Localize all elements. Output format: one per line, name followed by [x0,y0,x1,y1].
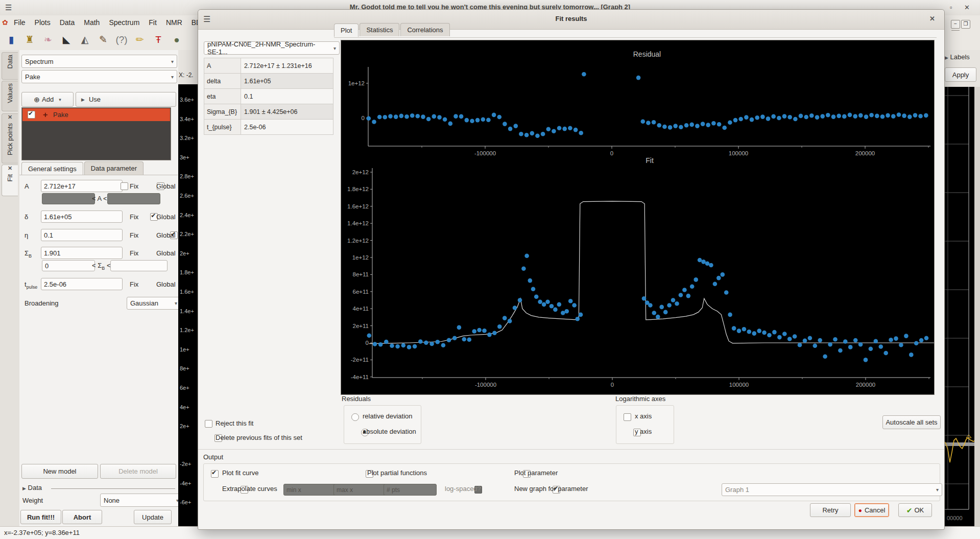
tab-data-parameter[interactable]: Data parameter [84,161,144,175]
plot-fit-curve-checkbox[interactable] [211,470,219,478]
menu-plots[interactable]: Plots [30,15,55,30]
data-point [656,315,660,319]
menu-spectrum[interactable]: Spectrum [104,15,144,30]
close-tab-icon[interactable]: ✕ [2,165,18,172]
retry-button[interactable]: Retry [810,503,851,517]
menu-nmr[interactable]: NMR [161,15,187,30]
tab-correlations[interactable]: Correlations [400,23,449,36]
data-point [401,343,406,348]
dataset-combo[interactable]: pNIPAM-CN0E_2H-NMR_Spectrum-SE-1...▾ [204,41,340,55]
dalek-icon[interactable]: ♜ [22,33,37,47]
striped-cone-icon[interactable]: ◭ [77,33,92,47]
data-expander[interactable]: ▶ Data [22,484,42,491]
tardis-icon[interactable]: ▮ [4,33,19,47]
menu-math[interactable]: Math [79,15,104,30]
close-button[interactable]: ✕ [964,4,970,11]
constraint-sigma-max-field[interactable] [110,260,168,271]
weight-combo[interactable]: None▾ [100,494,182,507]
sidetab-pick-points[interactable]: ✕Pick points [2,113,18,163]
pen-icon[interactable]: ✏ [132,33,148,47]
update-button[interactable]: Update [134,510,172,524]
constraint-sigma-mid: < ΣB < [92,262,110,271]
mdi-minimize-icon[interactable]: − [951,20,960,29]
autoscale-button[interactable]: Autoscale all sets [882,415,941,429]
data-point [879,344,883,349]
run-fit-button[interactable]: Run fit!!! [20,510,61,524]
log-x-checkbox[interactable] [624,413,631,421]
data-point [716,276,721,280]
table-row[interactable]: t_{pulse}2.5e-06 [204,120,333,135]
constraint-a-min-field[interactable] [42,193,95,204]
graph-target-combo[interactable]: Graph 1▾ [722,483,942,496]
table-row[interactable]: A2.712e+17 ± 1.231e+16 [204,58,333,74]
fit-plots[interactable]: Residual1e+120-1000000100000200000Fit-4e… [341,40,934,394]
data-point [750,118,754,122]
menu-fit[interactable]: Fit [144,15,161,30]
menu-data[interactable]: Data [55,15,80,30]
y-tick-label: 1.2e+12 [347,238,369,244]
param-field-A[interactable]: 2.712e+17 [41,180,123,192]
y-tick-label: 2e+11 [353,323,369,329]
cone-icon[interactable]: ◣ [59,33,74,47]
abort-button[interactable]: Abort [62,510,102,524]
fix-checkbox-A[interactable] [121,182,128,190]
relative-deviation-radio[interactable] [351,413,359,421]
model-checkbox[interactable] [28,111,35,119]
data-point [675,301,679,306]
bg-y-tick: 4e+ [180,404,189,410]
spectrum-combo[interactable]: Spectrum▾ [21,55,177,68]
sphere-icon[interactable]: ● [169,33,184,47]
ok-button[interactable]: ✔OK [898,503,932,517]
param-field-tpulse[interactable]: 2.5e-06 [41,278,123,290]
data-point [562,127,567,131]
maximize-button[interactable]: ▫ [950,4,952,11]
min-x-input[interactable]: min x [283,484,337,496]
menu-file[interactable]: File [9,15,30,30]
tab-statistics[interactable]: Statistics [360,23,399,36]
scrollbar[interactable] [974,87,980,529]
data-point [531,287,536,292]
data-point [508,127,513,131]
param-label-tpulse: tpulse [25,280,37,290]
broadening-combo[interactable]: Gaussian▾ [127,297,181,310]
new-model-button[interactable]: New model [21,464,98,479]
cancel-button[interactable]: ●Cancel [854,503,889,517]
data-point [853,114,857,119]
model-list[interactable]: ＋ Pake [21,107,171,160]
mdi-restore-icon[interactable]: ❐ [961,20,970,29]
data-point [576,317,580,321]
reject-fit-checkbox[interactable] [205,420,212,428]
rabbit-icon[interactable]: ❧ [40,33,56,47]
pencil-icon[interactable]: ✎ [95,33,111,47]
sidetab-fit[interactable]: ✕Fit [2,165,18,196]
model-list-item-pake[interactable]: ＋ Pake [22,108,170,121]
data-point [518,298,522,302]
constraint-a-max-field[interactable] [107,193,160,204]
delete-model-button[interactable]: Delete model [100,464,176,479]
sidetab-values[interactable]: Values [2,81,18,111]
constraint-sigma-min-field[interactable]: 0 [42,260,95,271]
param-field-delta[interactable]: 1.61e+05 [41,210,123,223]
table-row[interactable]: eta0.1 [204,89,333,104]
model-type-combo[interactable]: Pake▾ [21,70,177,83]
labels-expander[interactable]: ▶ Labels [945,53,970,61]
param-field-sigma[interactable]: 1.901 [41,247,123,259]
table-row[interactable]: Sigma_{B}1.901 ± 4.425e+06 [204,104,333,120]
apply-button[interactable]: Apply [945,67,976,82]
data-point [772,330,777,335]
fit-plot-panel[interactable]: Residual1e+120-1000000100000200000Fit-4e… [341,40,935,395]
max-x-input[interactable]: max x [333,484,387,496]
tab-plot[interactable]: Plot [334,24,358,37]
data-point [709,263,713,268]
table-row[interactable]: delta1.61e+05 [204,74,333,89]
param-field-eta[interactable]: 0.1 [41,229,123,241]
add-button[interactable]: ⊕Add▾ [21,92,74,107]
close-tab-icon[interactable]: ✕ [2,114,18,121]
sidetab-data[interactable]: Data [2,52,18,80]
text-tool-icon[interactable]: Ŧ [151,33,166,47]
num-pts-input[interactable]: # pts [384,484,437,496]
question-icon[interactable]: (?) [114,33,129,47]
use-button[interactable]: ▶Use [76,92,176,107]
dialog-close-icon[interactable]: ✕ [929,15,935,22]
tab-general-settings[interactable]: General settings [21,162,83,175]
